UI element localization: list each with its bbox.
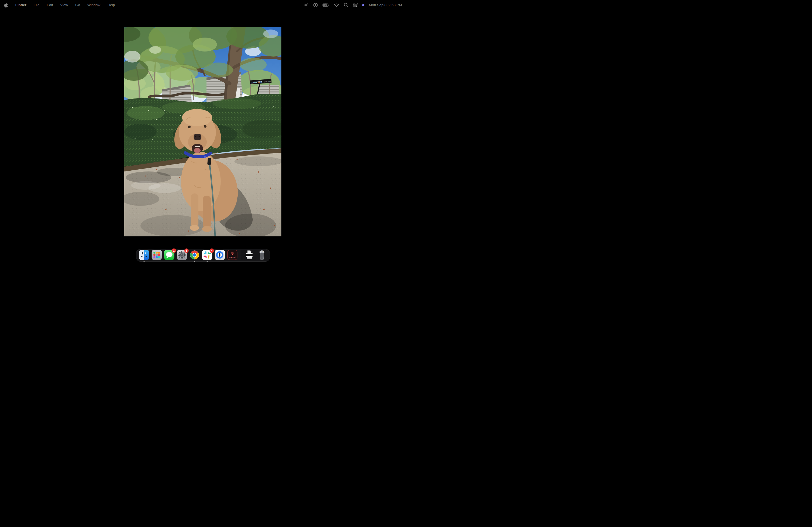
- running-indicator: [207, 261, 208, 262]
- apple-menu-icon[interactable]: [4, 3, 8, 7]
- notification-badge: 1: [172, 249, 176, 253]
- menu-file[interactable]: File: [33, 3, 40, 7]
- dock-item-messages[interactable]: 1: [164, 250, 175, 260]
- dock-item-1password[interactable]: [215, 250, 225, 260]
- dock-item-launchpad[interactable]: [152, 250, 162, 260]
- dock-item-finder[interactable]: [139, 250, 149, 260]
- notification-badge: 1: [185, 249, 189, 253]
- dock-item-trash[interactable]: [257, 250, 267, 260]
- wifi-icon[interactable]: [334, 3, 339, 7]
- raycast-icon-text: raycast: [229, 256, 235, 258]
- focus-status-dot[interactable]: [362, 4, 364, 6]
- dock-item-slack[interactable]: •: [202, 250, 213, 260]
- dock-item-system-settings[interactable]: 1: [177, 250, 187, 260]
- menu-app-name[interactable]: Finder: [15, 3, 26, 7]
- photo-preview[interactable]: 10TH TER 1000 - 1099: [124, 27, 281, 236]
- running-indicator: [144, 261, 145, 262]
- dock-item-chrome[interactable]: [190, 250, 200, 260]
- 1password-menu-icon[interactable]: [313, 3, 318, 7]
- raycast-menu-icon[interactable]: [303, 2, 308, 7]
- control-center-icon[interactable]: [353, 3, 358, 7]
- battery-charging-icon[interactable]: [322, 3, 329, 7]
- menu-edit[interactable]: Edit: [47, 3, 53, 7]
- running-indicator: [194, 261, 195, 262]
- dock-item-raycast[interactable]: raycast: [228, 250, 238, 260]
- menu-bar: Finder File Edit View Go Window Help: [0, 0, 406, 10]
- dock-item-printer[interactable]: [244, 250, 255, 260]
- notification-badge: •: [210, 249, 214, 253]
- desktop: Finder File Edit View Go Window Help: [0, 0, 406, 264]
- menubar-clock[interactable]: Mon Sep 8 2:53 PM: [369, 3, 402, 7]
- menu-view[interactable]: View: [60, 3, 68, 7]
- dock-separator: [241, 250, 241, 260]
- menu-window[interactable]: Window: [87, 3, 100, 7]
- dock: 1 1: [136, 249, 270, 261]
- spotlight-search-icon[interactable]: [344, 3, 348, 7]
- menu-help[interactable]: Help: [107, 3, 115, 7]
- menu-go[interactable]: Go: [75, 3, 80, 7]
